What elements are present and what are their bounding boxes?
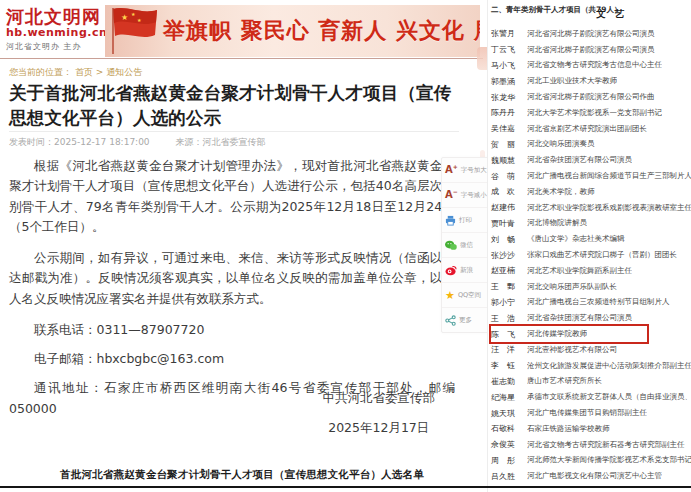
wechat-share-button[interactable]: 微信 xyxy=(442,233,488,258)
person-name: 张龙华 xyxy=(491,92,527,103)
person-position: 河北省河北梆子剧院演艺有限公司演员 xyxy=(527,29,655,39)
roster-row: 王 浩 河北省杂技团演艺有限公司演员 xyxy=(491,310,691,326)
roster-row: 谷 萌 河北广播电视台新闻综合频道节目生产三部制片人 xyxy=(491,168,691,184)
publish-time: 2025-12-17 18:17:00 xyxy=(54,137,150,147)
weibo-share-button[interactable]: 新浪 xyxy=(442,258,488,283)
person-name: 张沙沙 xyxy=(491,250,527,261)
person-position: 河北省京剧艺术研究院演出团副团长 xyxy=(527,124,647,134)
share-toolbar: A+ 字号加大 A− 字号减小 打印 微信 新浪 ★ QQ空间 更多 xyxy=(441,157,489,333)
person-name: 吴佳嘉 xyxy=(491,123,527,134)
person-name: 周 彤 xyxy=(491,455,527,466)
source-value: 河北省委宣传部 xyxy=(203,137,266,147)
person-position: 河北省文物考古研究院新石器考古研究部副主任 xyxy=(527,440,685,450)
person-position: 河北工业职业技术大学教师 xyxy=(527,76,617,86)
person-name: 贺 丽 xyxy=(491,139,527,150)
roster-rows: 张警月 河北省河北梆子剧院演艺有限公司演员 丁云飞 河北省河北梆子剧院演艺有限公… xyxy=(491,26,691,484)
person-position: 河北大学艺术学院影视系一党支部副书记 xyxy=(527,108,662,118)
roster-row: 丁云飞 河北省河北梆子剧院演艺有限公司演员 xyxy=(491,42,691,58)
article-paragraph: 公示期间，如有异议，可通过来电、来信、来访等形式反映情况（信函以到达邮戳为准）。… xyxy=(9,248,455,309)
title-divider xyxy=(9,131,459,132)
roster-header: 二、青年类别骨干人才项目（共79人） xyxy=(491,5,691,15)
contact-email: 电子邮箱：hbxcbgbc@163.com xyxy=(9,349,455,369)
article-page: 河北文明网 hb.wenming.cn 河北省文明办 主办 ★ ★ ★ 举旗帜 … xyxy=(0,0,483,492)
person-position: 河北美术学院，教师 xyxy=(527,187,595,197)
banner-slogan-text: 举旗帜 聚民心 育新人 兴文化 展形象 xyxy=(163,16,480,46)
person-name: 郭小宁 xyxy=(491,297,527,308)
person-name: 陈丹丹 xyxy=(491,107,527,118)
person-position: 《唐山文学》杂志社美术编辑 xyxy=(527,234,625,244)
person-position: 河北广播电视台三农频道特别节目组制片人 xyxy=(527,297,670,307)
roster-row: 周 彤 河北师范大学新闻传播学院影视艺术系党支部书记 xyxy=(491,453,691,469)
person-position: 河北交响乐团声乐队副队长 xyxy=(527,282,617,292)
roster-row: 吴佳嘉 河北省京剧艺术研究院演出团副团长 xyxy=(491,121,691,137)
print-icon xyxy=(445,215,456,226)
roster-row: 纪海星 承德市文联系统新文艺群体人员（自由择业演员、歌手） xyxy=(491,389,691,405)
person-position: 沧州文化旅游发展促进中心活动策划推介部副主任 xyxy=(527,361,691,371)
roster-row: 贺 丽 河北交响乐团演奏员 xyxy=(491,137,691,153)
roster-row: 陈丹丹 河北大学艺术学院影视系一党支部副书记 xyxy=(491,105,691,121)
site-header: 河北文明网 hb.wenming.cn 河北省文明办 主办 ★ ★ ★ 举旗帜 … xyxy=(6,5,480,57)
roster-row: 成 欢 河北美术学院，教师 xyxy=(491,184,691,200)
roster-row: 崔志勤 唐山市艺术研究所所长 xyxy=(491,374,691,390)
roster-row: 马小飞 河北省文物考古研究院考古信息中心主任 xyxy=(491,58,691,74)
svg-text:★: ★ xyxy=(131,11,136,17)
roster-row: 郭小宁 河北广播电视台三农频道特别节目组制片人 xyxy=(491,295,691,311)
site-logo[interactable]: 河北文明网 hb.wenming.cn 河北省文明办 主办 xyxy=(6,5,105,57)
person-name: 崔志勤 xyxy=(491,376,527,387)
header-divider xyxy=(0,58,483,59)
roster-row: 汪 洋 河北壹神影视艺术有限公司 xyxy=(491,342,691,358)
roster-row: 郭墨涵 河北工业职业技术大学教师 xyxy=(491,73,691,89)
roster-row: 张警月 河北省河北梆子剧院演艺有限公司演员 xyxy=(491,26,691,42)
person-name: 纪海星 xyxy=(491,392,527,403)
qzone-icon: ★ xyxy=(445,290,455,301)
article-meta: 发表时间：2025-12-17 18:17:00来源：河北省委宣传部 xyxy=(9,136,266,149)
person-name: 赵亚楠 xyxy=(491,265,527,276)
breadcrumb-section-link[interactable]: 通知公告 xyxy=(106,67,142,77)
person-name: 刘 畅 xyxy=(491,234,527,245)
roster-row: 李 钰 沧州文化旅游发展促进中心活动策划推介部副主任 xyxy=(491,358,691,374)
person-position: 河北省杂技团演艺有限公司演员 xyxy=(527,155,632,165)
roster-row: 赵亚楠 河北艺术职业学院舞蹈系副主任 xyxy=(491,263,691,279)
site-logo-subtitle: 河北省文明办 主办 xyxy=(6,41,105,52)
person-name: 吕久胜 xyxy=(491,471,527,482)
share-more-button[interactable]: 更多 xyxy=(442,308,488,332)
site-logo-title: 河北文明网 xyxy=(6,8,105,26)
qzone-share-button[interactable]: ★ QQ空间 xyxy=(442,283,488,308)
svg-text:★: ★ xyxy=(121,13,128,22)
person-name: 贾叶青 xyxy=(491,218,527,229)
person-name: 谷 萌 xyxy=(491,171,527,182)
person-name: 石敬科 xyxy=(491,423,527,434)
person-position: 河北省杂技团演艺有限公司演员 xyxy=(527,313,632,323)
font-increase-button[interactable]: A+ 字号加大 xyxy=(442,158,488,183)
person-position: 河北交响乐团演奏员 xyxy=(527,139,595,149)
person-position: 河北传媒学院教师 xyxy=(527,329,587,339)
person-name: 丁云飞 xyxy=(491,44,527,55)
source-label: 来源： xyxy=(176,137,203,147)
article-paragraph: 根据《河北省燕赵黄金台聚才计划管理办法》，现对首批河北省燕赵黄金台聚才计划骨干人… xyxy=(9,156,455,237)
publish-time-label: 发表时间： xyxy=(9,137,54,147)
signature-date: 2025年12月17日 xyxy=(323,420,436,437)
person-position: 河北广播电视台新闻综合频道节目生产三部制片人 xyxy=(527,171,691,181)
person-position: 河北博物院讲解员 xyxy=(527,218,587,228)
slogan-banner: ★ ★ ★ 举旗帜 聚民心 育新人 兴文化 展形象 xyxy=(105,5,480,57)
person-name: 陈 飞 xyxy=(491,329,527,340)
breadcrumb-home-link[interactable]: 首页 xyxy=(75,67,93,77)
table-top-border xyxy=(0,486,691,488)
person-position: 承德市文联系统新文艺群体人员（自由择业演员、歌手） xyxy=(527,392,691,402)
font-decrease-button[interactable]: A− 字号减小 xyxy=(442,183,488,208)
roster-row: 张龙华 河北省河北梆子剧院演艺有限公司作曲 xyxy=(491,89,691,105)
person-position: 河北省河北梆子剧院演艺有限公司演员 xyxy=(527,45,655,55)
breadcrumb-label: 您当前的位置： xyxy=(9,67,72,77)
breadcrumb: 您当前的位置： 首页 > 通知公告 xyxy=(9,66,142,79)
person-name: 马小飞 xyxy=(491,60,527,71)
print-button[interactable]: 打印 xyxy=(442,208,488,233)
person-position: 唐山市艺术研究所所长 xyxy=(527,376,602,386)
person-position: 河北省文物考古研究院考古信息中心主任 xyxy=(527,60,662,70)
person-position: 河北艺术职业学院影视系戏剧影视表演教研室主任 xyxy=(527,203,691,213)
font-decrease-icon: A− xyxy=(445,189,458,200)
roster-category-label: 文 艺 xyxy=(596,8,627,21)
person-name: 李 钰 xyxy=(491,360,527,371)
share-more-icon xyxy=(445,315,456,326)
roster-row: 吕久胜 河北广电影视文化有限公司演艺中心主管 xyxy=(491,468,691,484)
person-name: 赵建伟 xyxy=(491,202,527,213)
